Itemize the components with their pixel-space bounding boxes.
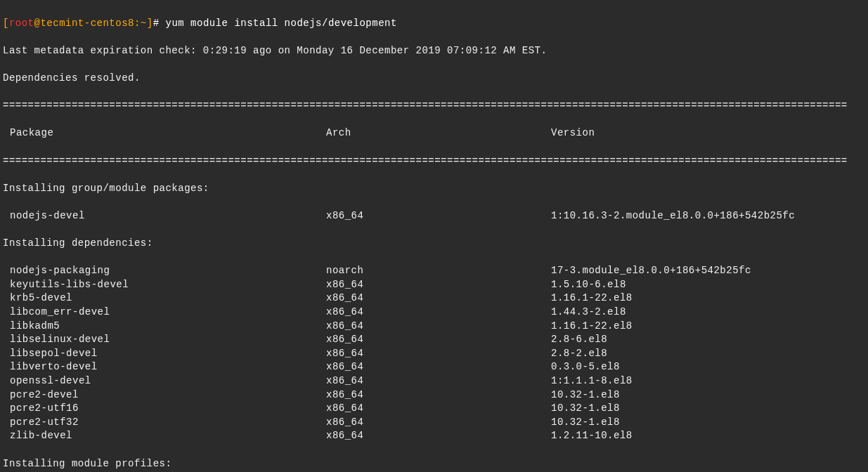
package-version: 1:10.16.3-2.module_el8.0.0+186+542b25fc <box>551 209 865 223</box>
package-version: 10.32-1.el8 <box>551 388 865 402</box>
package-name: libselinux-devel <box>3 333 326 347</box>
package-arch: x86_64 <box>326 291 551 306</box>
package-version: 2.8-6.el8 <box>551 333 865 347</box>
package-row: pcre2-utf32x86_6410.32-1.el8 <box>3 416 865 430</box>
package-row: krb5-develx86_641.16.1-22.el8 <box>3 291 865 306</box>
command-input[interactable]: yum module install nodejs/development <box>165 18 396 29</box>
package-name: libkadm5 <box>3 320 326 334</box>
package-arch: x86_64 <box>326 360 551 374</box>
package-row: nodejs-develx86_641:10.16.3-2.module_el8… <box>3 209 865 223</box>
divider-top: ========================================… <box>3 99 865 113</box>
header-package: Package <box>3 126 326 140</box>
package-version: 1.5.10-6.el8 <box>551 278 865 292</box>
package-name: nodejs-packaging <box>3 264 326 278</box>
metadata-line: Last metadata expiration check: 0:29:19 … <box>3 44 865 58</box>
package-arch: x86_64 <box>326 333 551 347</box>
terminal-output: [root@tecmint-centos8:~]# yum module ins… <box>3 3 865 472</box>
package-name: pcre2-utf32 <box>3 416 326 430</box>
divider-header: ========================================… <box>3 155 865 169</box>
package-name: libverto-devel <box>3 360 326 374</box>
package-version: 1.2.11-10.el8 <box>551 429 865 443</box>
package-row: keyutils-libs-develx86_641.5.10-6.el8 <box>3 278 865 292</box>
package-arch: x86_64 <box>326 402 551 416</box>
prompt-line: [root@tecmint-centos8:~]# yum module ins… <box>3 17 865 31</box>
package-arch: x86_64 <box>326 374 551 388</box>
package-row: openssl-develx86_641:1.1.1-8.el8 <box>3 374 865 388</box>
section-dependencies: Installing dependencies: <box>3 237 865 251</box>
package-name: openssl-devel <box>3 374 326 388</box>
package-arch: x86_64 <box>326 278 551 292</box>
package-arch: noarch <box>326 264 551 278</box>
package-row: pcre2-develx86_6410.32-1.el8 <box>3 388 865 402</box>
package-arch: x86_64 <box>326 347 551 361</box>
package-version: 10.32-1.el8 <box>551 416 865 430</box>
header-version: Version <box>551 126 865 140</box>
package-name: libcom_err-devel <box>3 306 326 320</box>
package-row: nodejs-packagingnoarch17-3.module_el8.0.… <box>3 264 865 278</box>
package-row: zlib-develx86_641.2.11-10.el8 <box>3 429 865 443</box>
package-arch: x86_64 <box>326 416 551 430</box>
prompt-path: :~ <box>134 18 147 29</box>
package-name: pcre2-devel <box>3 388 326 402</box>
package-name: libsepol-devel <box>3 347 326 361</box>
package-name: nodejs-devel <box>3 209 326 223</box>
package-row: libsepol-develx86_642.8-2.el8 <box>3 347 865 361</box>
package-version: 1:1.1.1-8.el8 <box>551 374 865 388</box>
package-name: zlib-devel <box>3 429 326 443</box>
package-name: pcre2-utf16 <box>3 402 326 416</box>
package-version: 17-3.module_el8.0.0+186+542b25fc <box>551 264 865 278</box>
section-group-module: Installing group/module packages: <box>3 182 865 196</box>
header-arch: Arch <box>326 126 551 140</box>
package-version: 1.16.1-22.el8 <box>551 291 865 306</box>
package-row: pcre2-utf16x86_6410.32-1.el8 <box>3 402 865 416</box>
package-version: 1.16.1-22.el8 <box>551 320 865 334</box>
package-arch: x86_64 <box>326 306 551 320</box>
package-version: 10.32-1.el8 <box>551 402 865 416</box>
deps-resolved-line: Dependencies resolved. <box>3 72 865 86</box>
section-module-profiles: Installing module profiles: <box>3 457 865 471</box>
package-name: krb5-devel <box>3 291 326 306</box>
prompt-host: tecmint-centos8 <box>40 18 134 29</box>
prompt-hash: # <box>153 18 166 29</box>
package-version: 0.3.0-5.el8 <box>551 360 865 374</box>
package-row: libcom_err-develx86_641.44.3-2.el8 <box>3 306 865 320</box>
table-header: Package Arch Version <box>3 126 865 140</box>
package-arch: x86_64 <box>326 209 551 223</box>
package-row: libkadm5x86_641.16.1-22.el8 <box>3 320 865 334</box>
package-arch: x86_64 <box>326 429 551 443</box>
prompt-open-bracket: [ <box>3 18 9 29</box>
prompt-close-bracket: ] <box>147 18 153 29</box>
package-arch: x86_64 <box>326 388 551 402</box>
package-version: 2.8-2.el8 <box>551 347 865 361</box>
prompt-user: root <box>9 18 34 29</box>
package-name: keyutils-libs-devel <box>3 278 326 292</box>
package-arch: x86_64 <box>326 320 551 334</box>
package-row: libverto-develx86_640.3.0-5.el8 <box>3 360 865 374</box>
package-row: libselinux-develx86_642.8-6.el8 <box>3 333 865 347</box>
package-version: 1.44.3-2.el8 <box>551 306 865 320</box>
